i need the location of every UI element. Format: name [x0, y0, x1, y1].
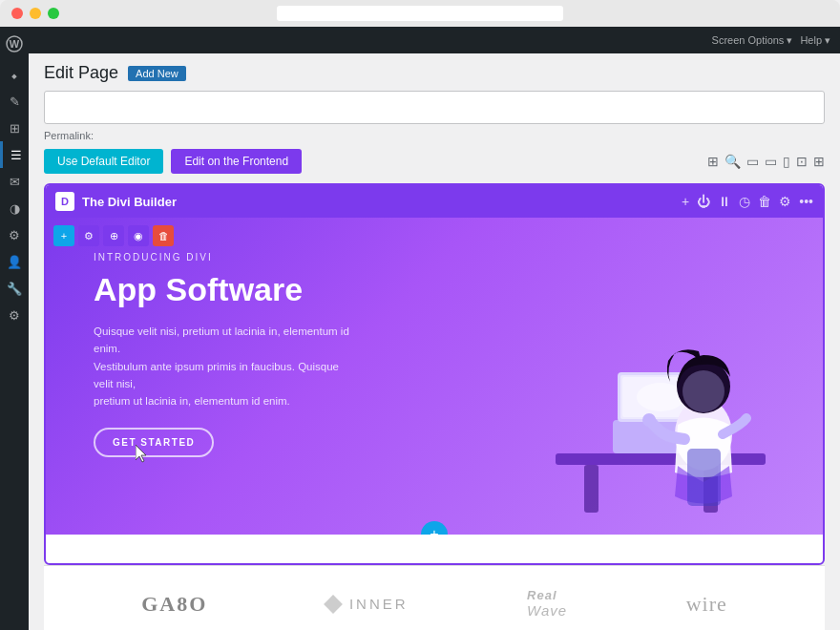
screen-options-button[interactable]: Screen Options ▾	[712, 34, 793, 47]
svg-text:W: W	[10, 38, 20, 50]
page-title: Edit Page	[44, 63, 118, 83]
maximize-button[interactable]	[48, 8, 59, 19]
divi-builder: D The Divi Builder + ⏻ ⏸ ◷ 🗑 ⚙ •••	[44, 183, 825, 565]
intro-label: INTRODUCING DIVI	[94, 252, 775, 262]
permalink-row: Permalink:	[44, 130, 825, 141]
edit-page-area: Edit Page Add New Permalink: Use Default…	[29, 53, 840, 630]
mobile-view-icon[interactable]: ▯	[783, 154, 790, 169]
nav-comments[interactable]: ✉	[0, 168, 29, 195]
section-disable-button[interactable]: ◉	[128, 225, 149, 246]
admin-bar: Screen Options ▾ Help ▾	[29, 27, 840, 53]
logos-section: GA8O INNER Real Wave wire	[44, 565, 825, 630]
view-icons: ⊞ 🔍 ▭ ▭ ▯ ⊡ ⊞	[707, 154, 825, 169]
wp-logo: W	[0, 27, 29, 61]
nav-settings[interactable]: ⚙	[0, 302, 29, 328]
use-default-editor-button[interactable]: Use Default Editor	[44, 149, 163, 174]
close-button[interactable]	[11, 8, 23, 19]
logo-inner: INNER	[326, 596, 409, 612]
layout-icon[interactable]: ⊞	[813, 154, 825, 169]
divi-logo: D	[55, 192, 74, 211]
section-settings-button[interactable]: ⚙	[78, 225, 99, 246]
search-icon[interactable]: 🔍	[724, 154, 741, 169]
divi-header: D The Divi Builder + ⏻ ⏸ ◷ 🗑 ⚙ •••	[46, 185, 823, 218]
power-icon[interactable]: ⏻	[697, 194, 710, 209]
section-duplicate-button[interactable]: ⊕	[103, 225, 124, 246]
nav-pages[interactable]: ☰	[0, 141, 29, 168]
nav-users[interactable]: 👤	[0, 248, 29, 275]
add-section-button[interactable]: +	[421, 521, 448, 535]
pause-icon[interactable]: ⏸	[718, 194, 731, 209]
nav-appearance[interactable]: ◑	[0, 195, 29, 221]
minimize-button[interactable]	[30, 8, 41, 19]
settings-icon[interactable]: ⚙	[779, 194, 791, 209]
edit-on-frontend-button[interactable]: Edit on the Frontend	[171, 149, 302, 174]
address-bar[interactable]	[277, 6, 563, 21]
help-button[interactable]: Help ▾	[800, 34, 830, 47]
builder-buttons-row: Use Default Editor Edit on the Frontend …	[44, 149, 825, 174]
section-delete-button[interactable]: 🗑	[153, 225, 174, 246]
nav-plugins[interactable]: ⚙	[0, 221, 29, 248]
monitor-view-icon[interactable]: ▭	[765, 154, 777, 169]
hero-content: INTRODUCING DIVI App Software Quisque ve…	[46, 218, 823, 476]
wp-sidebar: W ⬥ ✎ ⊞ ☰ ✉ ◑ ⚙ 👤 🔧 ⚙	[0, 27, 29, 630]
edit-page-header: Edit Page Add New	[44, 63, 825, 83]
hero-description: Quisque velit nisi, pretium ut lacinia i…	[94, 323, 361, 410]
grid-icon[interactable]: ⊡	[796, 154, 808, 169]
add-new-button[interactable]: Add New	[128, 66, 186, 81]
logo-realwave: Real Wave	[527, 588, 567, 620]
desktop-view-icon[interactable]: ⊞	[707, 154, 719, 169]
page-title-input[interactable]	[44, 91, 825, 124]
hero-section: + ⚙ ⊕ ◉ 🗑 INTRODUCING DIVI	[46, 218, 823, 535]
add-section-header-icon[interactable]: +	[682, 194, 689, 209]
main-content: Screen Options ▾ Help ▾ Edit Page Add Ne…	[29, 27, 840, 630]
add-row-button[interactable]: +	[53, 225, 74, 246]
nav-dashboard[interactable]: ⬥	[0, 61, 29, 88]
logo-gabo: GA8O	[141, 592, 207, 617]
window-chrome	[0, 0, 840, 27]
clock-icon[interactable]: ◷	[739, 194, 750, 209]
section-toolbar: + ⚙ ⊕ ◉ 🗑	[53, 225, 174, 246]
divi-builder-title: The Divi Builder	[82, 195, 682, 209]
logo-wire: wire	[686, 592, 727, 617]
tablet-view-icon[interactable]: ▭	[746, 154, 759, 169]
more-icon[interactable]: •••	[799, 194, 813, 209]
app-container: W ⬥ ✎ ⊞ ☰ ✉ ◑ ⚙ 👤 🔧 ⚙ Screen Options ▾ H…	[0, 27, 840, 630]
trash-icon[interactable]: 🗑	[758, 194, 771, 209]
nav-media[interactable]: ⊞	[0, 115, 29, 141]
nav-posts[interactable]: ✎	[0, 88, 29, 115]
divi-header-icons: + ⏻ ⏸ ◷ 🗑 ⚙ •••	[682, 194, 813, 209]
nav-tools[interactable]: 🔧	[0, 275, 29, 302]
hero-title: App Software	[94, 270, 775, 309]
get-started-button[interactable]: GET STARTED	[94, 428, 214, 457]
